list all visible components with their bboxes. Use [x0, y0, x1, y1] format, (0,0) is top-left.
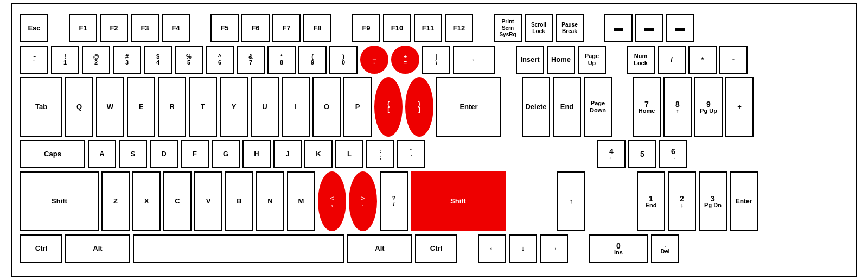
key-num-0[interactable]: 0Ins: [589, 234, 648, 263]
key-num-asterisk[interactable]: *: [688, 46, 717, 74]
key-num-slash[interactable]: /: [658, 46, 686, 74]
key-equals[interactable]: +=: [391, 46, 419, 74]
key-page-up[interactable]: PageUp: [578, 46, 606, 74]
key-m[interactable]: M: [287, 171, 315, 231]
key-i[interactable]: I: [282, 77, 310, 137]
key-delete[interactable]: Delete: [522, 77, 550, 137]
key-print-screen[interactable]: PrintScrnSysRq: [494, 14, 522, 42]
key-num-5[interactable]: 5: [628, 140, 656, 168]
key-u[interactable]: U: [251, 77, 279, 137]
key-right-ctrl[interactable]: Ctrl: [415, 234, 457, 263]
key-num-8[interactable]: 8↑: [663, 77, 692, 137]
key-num-6[interactable]: 6→: [659, 140, 687, 168]
key-1[interactable]: !1: [51, 46, 79, 74]
key-backslash[interactable]: |\: [422, 46, 450, 74]
key-slash[interactable]: ?/: [380, 171, 408, 231]
key-num-plus[interactable]: +: [725, 77, 754, 137]
key-f1[interactable]: F1: [69, 14, 97, 42]
key-insert[interactable]: Insert: [516, 46, 544, 74]
key-f[interactable]: F: [181, 140, 209, 168]
key-tab[interactable]: Tab: [20, 77, 62, 137]
key-f10[interactable]: F10: [383, 14, 411, 42]
key-arrow-right[interactable]: →: [540, 234, 568, 263]
key-6[interactable]: ^6: [206, 46, 234, 74]
key-y[interactable]: Y: [220, 77, 248, 137]
key-9[interactable]: (9: [298, 46, 327, 74]
key-home[interactable]: Home: [547, 46, 575, 74]
key-period[interactable]: >.: [349, 171, 377, 231]
key-f12[interactable]: F12: [445, 14, 473, 42]
key-arrow-up[interactable]: ↑: [557, 171, 585, 231]
key-pause-break[interactable]: PauseBreak: [556, 14, 584, 42]
key-7[interactable]: &7: [237, 46, 265, 74]
key-semicolon[interactable]: :;: [366, 140, 394, 168]
key-f6[interactable]: F6: [241, 14, 270, 42]
key-0[interactable]: )0: [329, 46, 358, 74]
key-page-down[interactable]: PageDown: [584, 77, 612, 137]
key-c[interactable]: C: [163, 171, 192, 231]
key-num-3[interactable]: 3Pg Dn: [699, 171, 727, 231]
key-num-lock[interactable]: NumLock: [627, 46, 655, 74]
key-g[interactable]: G: [212, 140, 240, 168]
key-left-ctrl[interactable]: Ctrl: [20, 234, 62, 263]
key-t[interactable]: T: [189, 77, 217, 137]
key-arrow-down[interactable]: ↓: [509, 234, 537, 263]
key-r[interactable]: R: [158, 77, 186, 137]
key-caps-lock[interactable]: Caps: [20, 140, 85, 168]
key-quote[interactable]: "': [397, 140, 425, 168]
key-num-decimal[interactable]: .Del: [651, 234, 679, 263]
key-f9[interactable]: F9: [352, 14, 380, 42]
key-num-minus[interactable]: -: [719, 46, 748, 74]
key-k[interactable]: K: [304, 140, 333, 168]
key-left-alt[interactable]: Alt: [65, 234, 130, 263]
key-esc[interactable]: Esc: [20, 14, 48, 42]
key-f11[interactable]: F11: [414, 14, 442, 42]
key-f3[interactable]: F3: [131, 14, 159, 42]
key-x[interactable]: X: [132, 171, 161, 231]
key-right-alt[interactable]: Alt: [347, 234, 412, 263]
key-minus[interactable]: _-: [360, 46, 388, 74]
key-b[interactable]: B: [225, 171, 253, 231]
key-3[interactable]: #3: [113, 46, 141, 74]
key-5[interactable]: %5: [175, 46, 203, 74]
key-num-4[interactable]: 4←: [597, 140, 626, 168]
key-scroll-lock[interactable]: ScrollLock: [525, 14, 553, 42]
key-8[interactable]: *8: [267, 46, 296, 74]
key-o[interactable]: O: [312, 77, 341, 137]
key-tilde[interactable]: ~`: [20, 46, 48, 74]
key-w[interactable]: W: [96, 77, 124, 137]
key-arrow-left[interactable]: ←: [478, 234, 506, 263]
key-space[interactable]: [133, 234, 344, 263]
key-d[interactable]: D: [150, 140, 178, 168]
key-h[interactable]: H: [242, 140, 271, 168]
key-f4[interactable]: F4: [162, 14, 190, 42]
key-right-bracket[interactable]: }]: [405, 77, 433, 137]
key-f7[interactable]: F7: [272, 14, 301, 42]
key-f2[interactable]: F2: [100, 14, 128, 42]
key-comma[interactable]: <,: [318, 171, 346, 231]
key-media-2[interactable]: ▬: [635, 14, 663, 42]
key-num-2[interactable]: 2↓: [668, 171, 696, 231]
key-p[interactable]: P: [343, 77, 372, 137]
key-media-3[interactable]: ▬: [666, 14, 694, 42]
key-z[interactable]: Z: [101, 171, 130, 231]
key-a[interactable]: A: [88, 140, 116, 168]
key-f5[interactable]: F5: [210, 14, 239, 42]
key-s[interactable]: S: [119, 140, 147, 168]
key-n[interactable]: N: [256, 171, 284, 231]
key-end[interactable]: End: [553, 77, 581, 137]
key-right-shift[interactable]: Shift: [411, 171, 506, 231]
key-num-enter[interactable]: Enter: [730, 171, 758, 231]
key-backspace[interactable]: ←: [453, 46, 495, 74]
key-q[interactable]: Q: [65, 77, 93, 137]
key-left-shift[interactable]: Shift: [20, 171, 99, 231]
key-num-9[interactable]: 9Pg Up: [694, 77, 723, 137]
key-e[interactable]: E: [127, 77, 155, 137]
key-f8[interactable]: F8: [303, 14, 331, 42]
key-enter[interactable]: Enter: [436, 77, 501, 137]
key-left-bracket[interactable]: {[: [374, 77, 403, 137]
key-4[interactable]: $4: [144, 46, 172, 74]
key-media-1[interactable]: ▬: [604, 14, 633, 42]
key-j[interactable]: J: [273, 140, 302, 168]
key-num-1[interactable]: 1End: [637, 171, 665, 231]
